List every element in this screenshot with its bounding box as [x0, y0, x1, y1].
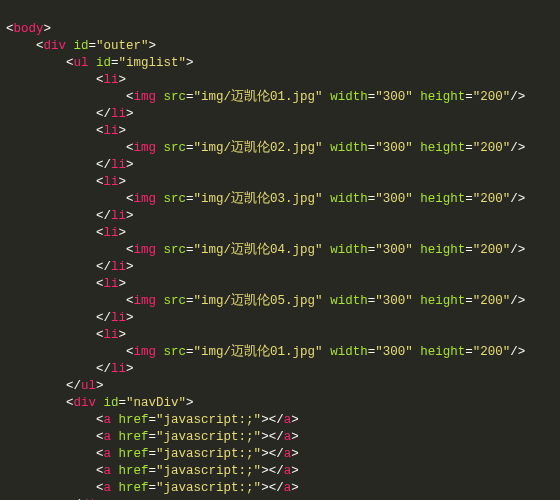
tag-div: div: [44, 39, 67, 53]
src-2: "img/迈凯伦02.jpg": [194, 141, 323, 155]
code-snippet: <body> <div id="outer"> <ul id="imglist"…: [0, 0, 560, 500]
src-6: "img/迈凯伦01.jpg": [194, 345, 323, 359]
tag-ul: ul: [74, 56, 89, 70]
src-4: "img/迈凯伦04.jpg": [194, 243, 323, 257]
tag-body-open: body: [14, 22, 44, 36]
src-5: "img/迈凯伦05.jpg": [194, 294, 323, 308]
src-1: "img/迈凯伦01.jpg": [194, 90, 323, 104]
attr-id: id: [74, 39, 89, 53]
val-outer: "outer": [96, 39, 149, 53]
val-imglist: "imglist": [119, 56, 187, 70]
src-3: "img/迈凯伦03.jpg": [194, 192, 323, 206]
val-navdiv: "navDiv": [126, 396, 186, 410]
